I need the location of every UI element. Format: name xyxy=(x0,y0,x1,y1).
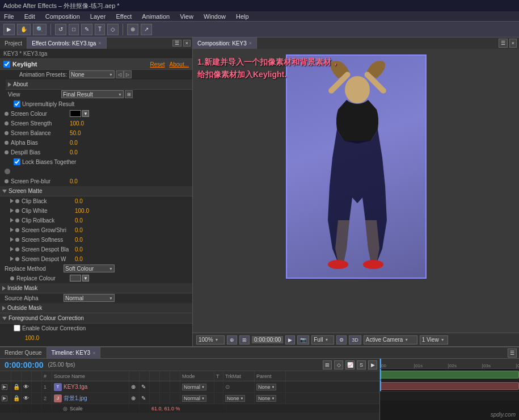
l1-icon1[interactable]: ⊕ xyxy=(129,381,140,392)
despot-w-value[interactable]: 0.0 xyxy=(75,256,83,262)
panel-close-btn[interactable]: × xyxy=(183,40,191,47)
tl-menu-btn[interactable]: ☰ xyxy=(508,348,517,358)
l1-icon4[interactable] xyxy=(160,381,170,392)
enable-colour-checkbox[interactable] xyxy=(14,325,20,331)
menu-edit[interactable]: Edit xyxy=(23,13,37,20)
tl-render-btn[interactable]: ▶ xyxy=(368,360,377,369)
l1-icon2[interactable]: ✎ xyxy=(140,381,150,392)
l1-icon3[interactable] xyxy=(150,381,160,392)
tool-brush[interactable]: ⊕ xyxy=(127,24,138,35)
about-link[interactable]: About... xyxy=(170,61,189,68)
lock-biases-checkbox[interactable] xyxy=(14,158,20,165)
l1-parent[interactable]: None xyxy=(255,381,286,392)
l2-lock[interactable]: 🔒 xyxy=(11,393,22,404)
tool-shape[interactable]: □ xyxy=(69,24,79,35)
current-time[interactable]: 0:00:00:00 xyxy=(2,360,46,369)
play-btn[interactable]: ▶ xyxy=(285,335,295,345)
l1-expand-btn[interactable]: ▶ xyxy=(2,384,7,390)
l2-icon2[interactable]: ✎ xyxy=(140,393,150,404)
tl-solo-btn[interactable]: S xyxy=(357,360,366,369)
l2-solo[interactable] xyxy=(32,393,42,404)
l2-icon1[interactable]: ⊕ xyxy=(129,393,140,404)
l2-vis[interactable]: 👁 xyxy=(22,393,32,404)
timeline-tab[interactable]: Timeline: KEY3 × xyxy=(47,347,101,358)
quality-dropdown[interactable]: Full xyxy=(311,335,334,345)
l1-parent-dropdown[interactable]: None xyxy=(256,384,276,390)
l2-icon3[interactable] xyxy=(150,393,160,404)
tool-text[interactable]: T xyxy=(95,24,105,35)
effect-enable-checkbox[interactable] xyxy=(3,61,10,68)
clip-rollback-value[interactable]: 0.0 xyxy=(75,217,83,224)
replace-colour-swatch[interactable] xyxy=(70,275,81,282)
tool-mask[interactable]: ◇ xyxy=(107,24,119,35)
view-btn[interactable]: ⊞ xyxy=(125,90,133,98)
panel-menu-btn[interactable]: ☰ xyxy=(172,40,182,47)
comp-settings-btn[interactable]: ⚙ xyxy=(336,335,347,345)
l1-icon5[interactable] xyxy=(170,381,180,392)
l2-expand-btn[interactable]: ▶ xyxy=(2,396,7,401)
menu-file[interactable]: File xyxy=(2,13,16,20)
l1-vis[interactable]: 👁 xyxy=(22,381,32,392)
view-dropdown[interactable]: 1 View xyxy=(420,335,448,345)
camera-dropdown[interactable]: Active Camera xyxy=(364,335,417,345)
playhead[interactable] xyxy=(380,359,381,368)
l1-lock[interactable]: 🔒 xyxy=(11,381,22,392)
reset-link[interactable]: Reset xyxy=(150,61,164,68)
tl-layers-btn[interactable]: ⊞ xyxy=(323,360,332,369)
screen-strength-value[interactable]: 100.0 xyxy=(70,120,84,127)
menu-layer[interactable]: Layer xyxy=(88,13,108,20)
effect-controls-tab[interactable]: Effect Controls: KEY3.tga × xyxy=(27,37,106,49)
anim-presets-dropdown[interactable]: None xyxy=(69,70,115,78)
l2-parent[interactable]: None xyxy=(255,393,286,404)
source-alpha-dropdown[interactable]: Normal xyxy=(64,294,115,302)
comp-3d-btn[interactable]: 3D xyxy=(349,335,361,345)
effect-controls-tab-close[interactable]: × xyxy=(98,40,101,46)
l2-mode-dropdown[interactable]: Normal xyxy=(182,395,206,402)
l2-icon4[interactable] xyxy=(160,393,170,404)
menu-animation[interactable]: Animation xyxy=(140,13,171,20)
l1-mode[interactable]: Normal xyxy=(180,381,214,392)
tool-puppet[interactable]: ↗ xyxy=(141,24,152,35)
unpremultiply-checkbox[interactable] xyxy=(14,100,20,107)
anim-presets-arrow-left[interactable]: ◁ xyxy=(116,70,124,78)
comp-panel-close[interactable]: × xyxy=(509,39,517,48)
comp-panel-menu[interactable]: ☰ xyxy=(499,39,508,48)
screen-matte-section[interactable]: Screen Matte xyxy=(0,186,192,196)
render-queue-tab[interactable]: Render Queue xyxy=(0,347,47,358)
l1-solo[interactable] xyxy=(32,381,42,392)
anim-presets-arrow-right[interactable]: ▷ xyxy=(124,70,132,78)
tl-keyframe-btn[interactable]: ◇ xyxy=(334,360,343,369)
outside-mask-section[interactable]: Outside Mask xyxy=(0,303,192,313)
tool-pen[interactable]: ✎ xyxy=(81,24,92,35)
grid-btn[interactable]: ⊞ xyxy=(239,335,250,345)
magnify-btn[interactable]: ⊕ xyxy=(227,335,237,345)
timeline-tab-close[interactable]: × xyxy=(92,350,95,356)
screen-grow-value[interactable]: 0.0 xyxy=(75,227,83,233)
screen-softness-value[interactable]: 0.0 xyxy=(75,237,83,243)
menu-effect[interactable]: Effect xyxy=(114,13,133,20)
view-dropdown[interactable]: Final Result xyxy=(61,90,124,98)
screen-preblur-value[interactable]: 0.0 xyxy=(70,178,78,184)
l2-icon5[interactable] xyxy=(170,393,180,404)
l1-expand[interactable]: ▶ xyxy=(0,381,11,392)
replace-method-dropdown[interactable]: Soft Colour xyxy=(64,264,115,272)
menu-composition[interactable]: Composition xyxy=(44,13,82,20)
screen-colour-arrow[interactable]: ▼ xyxy=(82,110,89,117)
alpha-bias-value[interactable]: 0.0 xyxy=(70,140,78,146)
tool-zoom[interactable]: 🔍 xyxy=(33,24,47,35)
screen-colour-swatch[interactable] xyxy=(70,110,81,117)
l2-expand[interactable]: ▶ xyxy=(0,393,11,404)
replace-colour-arrow[interactable]: ▼ xyxy=(82,275,89,282)
project-tab[interactable]: Project xyxy=(0,37,27,49)
tool-arrow[interactable]: ▶ xyxy=(3,24,15,35)
menu-help[interactable]: Help xyxy=(234,13,251,20)
menu-window[interactable]: Window xyxy=(202,13,227,20)
snapshot-btn[interactable]: 📷 xyxy=(297,335,309,345)
clip-white-value[interactable]: 100.0 xyxy=(75,208,89,214)
zoom-dropdown[interactable]: 100% xyxy=(196,335,225,345)
l2-trkmat[interactable]: None xyxy=(223,393,255,404)
l2-mode[interactable]: Normal xyxy=(180,393,214,404)
comp-tab-key3[interactable]: Composition: KEY3 × xyxy=(193,37,257,49)
inside-mask-section[interactable]: Inside Mask xyxy=(0,283,192,293)
despot-bla-value[interactable]: 0.0 xyxy=(75,246,83,253)
